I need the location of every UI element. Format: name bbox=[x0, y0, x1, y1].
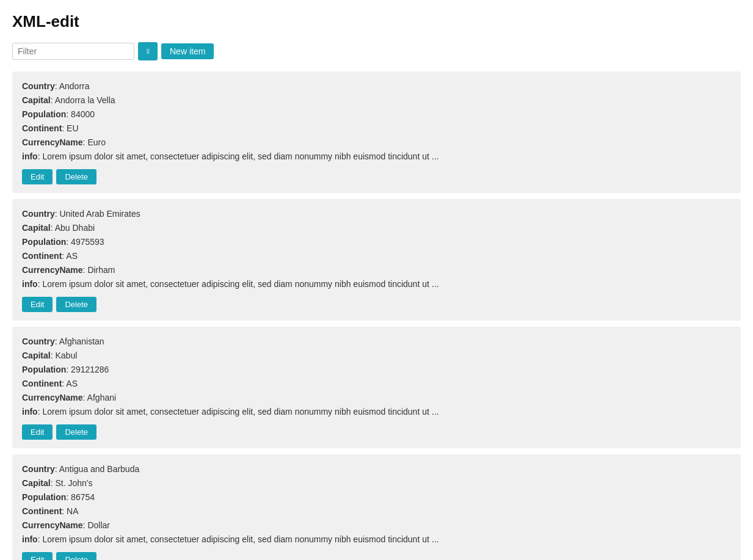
new-item-button[interactable]: New item bbox=[161, 43, 214, 59]
field-value: : Andorra bbox=[55, 81, 90, 91]
card-actions: EditDelete bbox=[22, 169, 731, 184]
list-item: Country: United Arab EmiratesCapital: Ab… bbox=[12, 199, 741, 321]
list-item: Country: Antigua and BarbudaCapital: St.… bbox=[12, 454, 741, 560]
card-field: Capital: Abu Dhabi bbox=[22, 222, 731, 235]
card-field: info: Lorem ipsum dolor sit amet, consec… bbox=[22, 533, 731, 546]
card-field: Country: United Arab Emirates bbox=[22, 208, 731, 220]
card-field: info: Lorem ipsum dolor sit amet, consec… bbox=[22, 150, 731, 163]
card-field: Population: 84000 bbox=[22, 108, 731, 121]
field-label: Population bbox=[22, 237, 66, 247]
field-value: : AS bbox=[62, 251, 78, 261]
field-value: : Abu Dhabi bbox=[51, 223, 95, 233]
delete-button[interactable]: Delete bbox=[56, 297, 96, 312]
card-field: CurrencyName: Afghani bbox=[22, 391, 731, 404]
edit-button[interactable]: Edit bbox=[22, 169, 53, 184]
field-label: info bbox=[22, 534, 38, 544]
card-field: Continent: NA bbox=[22, 505, 731, 518]
list-item: Country: AfghanistanCapital: KabulPopula… bbox=[12, 327, 741, 448]
field-value: : Lorem ipsum dolor sit amet, consectetu… bbox=[38, 151, 439, 161]
field-label: Continent bbox=[22, 251, 62, 261]
card-actions: EditDelete bbox=[22, 424, 731, 440]
field-label: Population bbox=[22, 365, 66, 374]
field-label: Country bbox=[22, 81, 55, 91]
field-value: : Lorem ipsum dolor sit amet, consectetu… bbox=[38, 279, 439, 289]
field-label: CurrencyName bbox=[22, 265, 83, 275]
field-label: Capital bbox=[22, 223, 51, 233]
card-actions: EditDelete bbox=[22, 297, 731, 312]
filter-icon: ♀ bbox=[144, 46, 151, 57]
field-value: : NA bbox=[62, 506, 78, 516]
field-value: : 86754 bbox=[66, 492, 95, 502]
field-value: : 84000 bbox=[66, 109, 95, 119]
delete-button[interactable]: Delete bbox=[56, 552, 96, 560]
edit-button[interactable]: Edit bbox=[22, 552, 53, 560]
field-label: CurrencyName bbox=[22, 393, 83, 402]
edit-button[interactable]: Edit bbox=[22, 424, 53, 440]
edit-button[interactable]: Edit bbox=[22, 297, 53, 312]
field-value: : Antigua and Barbuda bbox=[55, 464, 140, 474]
delete-button[interactable]: Delete bbox=[56, 424, 96, 440]
card-field: Continent: AS bbox=[22, 250, 731, 263]
field-value: : United Arab Emirates bbox=[55, 209, 140, 219]
field-value: : Kabul bbox=[51, 351, 78, 360]
field-label: info bbox=[22, 279, 38, 289]
field-value: : EU bbox=[62, 123, 78, 133]
card-actions: EditDelete bbox=[22, 552, 731, 560]
field-label: Country bbox=[22, 336, 55, 346]
field-value: : 29121286 bbox=[66, 365, 109, 374]
field-value: : Afghani bbox=[83, 393, 117, 402]
field-label: Capital bbox=[22, 351, 51, 360]
card-field: Population: 86754 bbox=[22, 491, 731, 504]
card-field: Country: Andorra bbox=[22, 80, 731, 93]
field-value: : St. John's bbox=[51, 478, 93, 488]
field-label: info bbox=[22, 151, 38, 161]
card-field: Population: 29121286 bbox=[22, 363, 731, 376]
field-value: : Afghanistan bbox=[55, 336, 104, 346]
card-field: Country: Afghanistan bbox=[22, 335, 731, 348]
card-field: info: Lorem ipsum dolor sit amet, consec… bbox=[22, 278, 731, 291]
toolbar: ♀ New item bbox=[12, 42, 741, 60]
card-field: CurrencyName: Dollar bbox=[22, 519, 731, 532]
field-label: Country bbox=[22, 464, 55, 474]
field-label: Population bbox=[22, 109, 66, 119]
field-label: Country bbox=[22, 209, 55, 219]
field-label: CurrencyName bbox=[22, 137, 83, 147]
field-label: info bbox=[22, 407, 38, 416]
card-field: CurrencyName: Dirham bbox=[22, 264, 731, 277]
filter-input[interactable] bbox=[12, 43, 134, 60]
field-value: : Dollar bbox=[83, 520, 110, 530]
field-value: : Lorem ipsum dolor sit amet, consectetu… bbox=[38, 407, 439, 416]
field-value: : 4975593 bbox=[66, 237, 104, 247]
field-label: CurrencyName bbox=[22, 520, 83, 530]
field-value: : Euro bbox=[83, 137, 106, 147]
field-label: Capital bbox=[22, 478, 51, 488]
card-field: CurrencyName: Euro bbox=[22, 136, 731, 149]
list-item: Country: AndorraCapital: Andorra la Vell… bbox=[12, 71, 741, 193]
card-field: Continent: EU bbox=[22, 122, 731, 135]
card-field: Continent: AS bbox=[22, 377, 731, 390]
delete-button[interactable]: Delete bbox=[56, 169, 96, 184]
page-title: XML-edit bbox=[12, 12, 741, 31]
field-label: Continent bbox=[22, 506, 62, 516]
card-field: Population: 4975593 bbox=[22, 236, 731, 249]
field-value: : Andorra la Vella bbox=[51, 95, 115, 105]
field-label: Continent bbox=[22, 123, 62, 133]
card-field: Capital: Andorra la Vella bbox=[22, 94, 731, 107]
filter-icon-button[interactable]: ♀ bbox=[138, 42, 158, 60]
cards-container: Country: AndorraCapital: Andorra la Vell… bbox=[12, 71, 741, 560]
field-label: Continent bbox=[22, 379, 62, 388]
field-value: : Lorem ipsum dolor sit amet, consectetu… bbox=[38, 534, 439, 544]
card-field: Country: Antigua and Barbuda bbox=[22, 463, 731, 476]
field-value: : AS bbox=[62, 379, 78, 388]
card-field: Capital: St. John's bbox=[22, 477, 731, 490]
field-label: Capital bbox=[22, 95, 51, 105]
field-label: Population bbox=[22, 492, 66, 502]
card-field: info: Lorem ipsum dolor sit amet, consec… bbox=[22, 405, 731, 418]
field-value: : Dirham bbox=[83, 265, 115, 275]
card-field: Capital: Kabul bbox=[22, 349, 731, 362]
